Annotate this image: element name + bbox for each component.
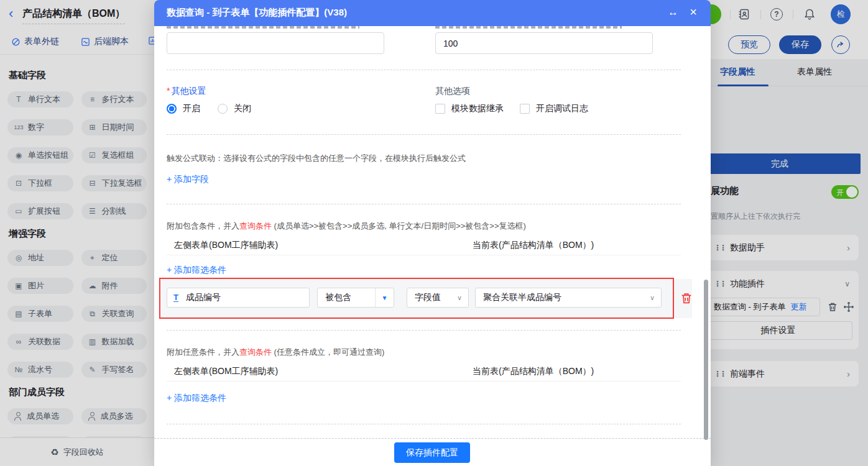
checkbox-debug-log[interactable] [520,104,530,114]
checkbox-label[interactable]: 开启调试日志 [536,103,588,114]
operator-value: 被包含 [318,292,375,303]
radio-on-label[interactable]: 开启 [183,103,200,114]
radio-off[interactable] [218,104,228,114]
label-text: 其他设置 [171,86,206,96]
modal-header[interactable]: 数据查询 - 到子表单【功能插件配置】(V38) ↔ × [154,0,711,26]
limit-count-input[interactable] [435,32,653,54]
checkbox-label[interactable]: 模块数据继承 [451,103,504,114]
save-plugin-config-button[interactable]: 保存插件配置 [394,442,470,463]
modal-scrollbar-thumb[interactable] [704,280,708,440]
formula-trigger-note: 触发公式联动：选择设有公式的字段中包含的任意一个字段，在模块执行后触发公式 [167,153,466,164]
screen: ‹ 产品结构清单（BOM） ? 检 表单外链 后端脚本 基础字段 [0,0,868,466]
radio-on[interactable] [167,104,177,114]
close-icon[interactable]: × [690,5,697,19]
condition-value: 聚合关联半成品编号 [476,292,650,303]
title-prefix: 附加包含条件，并入 [167,221,239,231]
any-condition-title: 附加任意条件，并入查询条件 (任意条件成立，即可通过查询) [167,347,384,358]
add-filter-link[interactable]: + 添加筛选条件 [167,265,226,276]
select-chevron-icon: ∨ [650,294,661,302]
divider [167,424,681,424]
clipped-label-remnant [167,26,359,29]
plugin-config-modal: 数据查询 - 到子表单【功能插件配置】(V38) ↔ × *其他设置 其他选项 … [154,0,711,466]
query-condition-red: 查询条件 [239,221,272,231]
checkbox-module-inherit[interactable] [435,104,445,114]
left-table-label: 左侧表单(BOM工序辅助表) [174,366,278,377]
text-field-icon: T [173,293,178,302]
other-settings-label: *其他设置 [167,86,206,97]
query-condition-red: 查询条件 [239,347,272,357]
resize-icon[interactable]: ↔ [668,6,678,19]
left-table-label: 左侧表单(BOM工序辅助表) [174,240,278,251]
divider [167,70,681,70]
add-field-link[interactable]: + 添加字段 [167,174,209,185]
divider [167,204,681,204]
divider [167,330,681,331]
select-chevron-icon: ∨ [457,294,468,302]
include-condition-title: 附加包含条件，并入查询条件 (成员单选>>被包含>>成员多选, 单行文本/日期时… [167,221,526,232]
divider [167,381,681,381]
enable-radio-group: 开启 关闭 [167,103,251,114]
condition-field-box[interactable]: T 成品编号 [167,288,310,308]
required-mark: * [167,86,170,96]
radio-off-label[interactable]: 关闭 [234,103,251,114]
divider [167,255,681,255]
divider [167,134,681,135]
clipped-label-remnant [435,26,622,29]
current-table-label: 当前表(产品结构清单（BOM）) [473,240,594,251]
condition-value-select[interactable]: 聚合关联半成品编号 ∨ [475,288,662,308]
title-prefix: 附加任意条件，并入 [167,347,239,357]
condition-operator-select[interactable]: 被包含 ▼ [317,288,394,308]
add-filter-link[interactable]: + 添加筛选条件 [167,393,226,404]
delete-condition-icon[interactable] [680,291,693,305]
title-suffix: (成员单选>>被包含>>成员多选, 单行文本/日期时间>>被包含>>复选框) [272,221,526,231]
condition-value-type-select[interactable]: 字段值 ∨ [407,288,469,308]
value-type: 字段值 [407,292,457,303]
condition-field-value: 成品编号 [178,292,309,303]
modal-body: *其他设置 其他选项 开启 关闭 模块数据继承 开启调试日志 触发公式联动：选择… [154,26,711,466]
dropdown-arrow-icon[interactable]: ▼ [375,288,394,307]
config-text-input[interactable] [167,32,384,54]
current-table-label: 当前表(产品结构清单（BOM）) [473,366,594,377]
modal-title: 数据查询 - 到子表单【功能插件配置】(V38) [167,7,347,19]
title-suffix: (任意条件成立，即可通过查询) [272,347,384,357]
options-checkbox-group: 模块数据继承 开启调试日志 [435,103,588,114]
footer-divider [154,438,711,439]
other-options-label: 其他选项 [435,86,470,97]
